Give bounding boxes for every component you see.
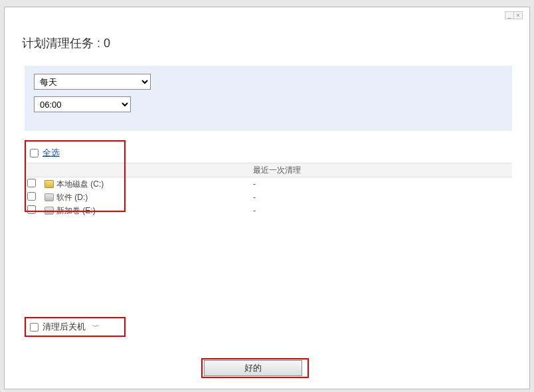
select-all-row: 全选	[30, 147, 60, 159]
chevron-down-icon[interactable]: ﹀	[92, 322, 99, 332]
dialog-window: _ × 计划清理任务 : 0 每天 06:00 全选 最近一次清理 本地磁盘 (…	[4, 7, 530, 389]
page-title: 计划清理任务 : 0	[22, 35, 110, 51]
drive-icon	[44, 180, 54, 188]
window-controls: _ ×	[505, 11, 523, 19]
minimize-button[interactable]: _	[505, 11, 514, 19]
drive-last-clean: -	[253, 193, 512, 202]
table-row: 新加卷 (E:) -	[27, 204, 512, 217]
shutdown-label: 清理后关机	[43, 321, 86, 333]
drive-checkbox[interactable]	[27, 179, 36, 187]
drive-last-clean: -	[253, 179, 512, 189]
column-last-clean-header: 最近一次清理	[253, 165, 512, 176]
drive-checkbox[interactable]	[27, 192, 36, 201]
table-row: 软件 (D:) -	[27, 191, 512, 204]
shutdown-checkbox[interactable]	[30, 323, 39, 332]
drive-table: 最近一次清理 本地磁盘 (C:) - 软件 (D:) - 新加卷 (E:)	[27, 163, 512, 217]
frequency-select[interactable]: 每天	[34, 74, 151, 90]
drive-icon	[44, 193, 54, 201]
close-button[interactable]: ×	[513, 11, 523, 19]
time-select[interactable]: 06:00	[34, 96, 131, 112]
shutdown-row: 清理后关机 ﹀	[30, 321, 99, 333]
drive-label: 本地磁盘 (C:)	[56, 179, 104, 190]
select-all-link[interactable]: 全选	[43, 147, 60, 159]
drive-checkbox[interactable]	[27, 205, 36, 214]
drive-label: 软件 (D:)	[56, 192, 88, 203]
table-row: 本地磁盘 (C:) -	[27, 177, 512, 191]
drive-table-header: 最近一次清理	[27, 163, 512, 177]
drive-label: 新加卷 (E:)	[56, 205, 96, 217]
select-all-checkbox[interactable]	[30, 149, 39, 157]
drive-last-clean: -	[253, 206, 512, 215]
drive-icon	[44, 207, 54, 215]
schedule-panel: 每天 06:00	[25, 66, 512, 131]
ok-button[interactable]: 好的	[204, 360, 302, 376]
